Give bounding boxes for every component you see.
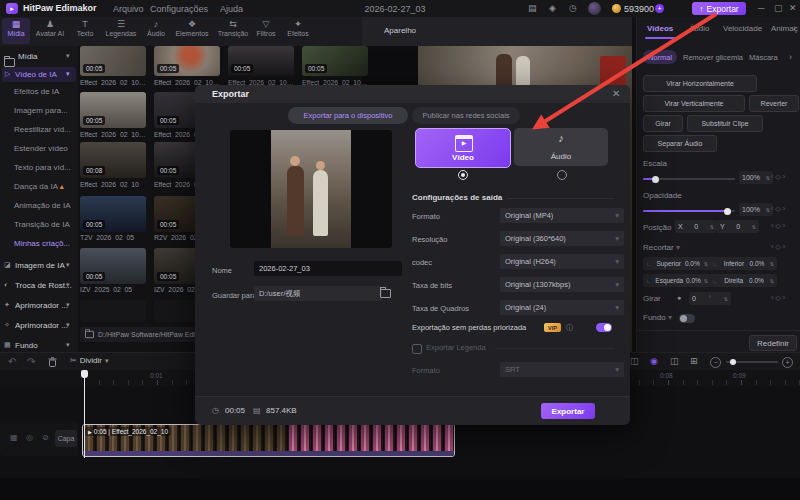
media-card[interactable]: 00:05	[302, 46, 368, 76]
media-card[interactable]	[80, 300, 146, 322]
stepper-icon[interactable]: ⇅	[704, 261, 708, 267]
name-input[interactable]: 2026-02-27_03	[254, 261, 402, 276]
dialog-tab-device[interactable]: Exportar para o dispositivo	[288, 107, 408, 124]
resolution-select[interactable]: Original (360*640)▾	[500, 231, 624, 246]
rotate-keyframe-controls[interactable]: ‹◇›	[771, 294, 787, 302]
browse-folder-button[interactable]	[377, 286, 393, 301]
trash-icon[interactable]	[48, 357, 57, 367]
close-button[interactable]: ✕	[789, 3, 797, 13]
maximize-button[interactable]: ▢	[774, 3, 783, 13]
dialog-export-button[interactable]: Exportar	[541, 403, 595, 419]
flip-vertical-button[interactable]: Virar Verticalmente	[643, 95, 745, 112]
video-type-button[interactable]: ▶ Vídeo	[415, 128, 511, 168]
position-keyframe-controls[interactable]: ‹◇›	[771, 222, 787, 230]
sidebar-item-estender[interactable]: Estender vídeo	[14, 144, 68, 153]
scale-keyframe-controls[interactable]: ‹◇›	[771, 173, 787, 181]
crop-keyframe-controls[interactable]: ‹◇›	[771, 243, 787, 251]
info-icon[interactable]: ⓘ	[566, 323, 573, 333]
separate-audio-button[interactable]: Separar Áudio	[643, 135, 717, 152]
sidebar-item-video-de-ia[interactable]: ▷ Vídeo de IA ▾	[2, 67, 76, 82]
media-card[interactable]: 00:05	[154, 46, 220, 76]
reverse-button[interactable]: Reverter	[749, 95, 799, 112]
replace-clip-button[interactable]: Substituir Clipe	[687, 115, 763, 132]
stepper-icon[interactable]: ⇅	[752, 224, 756, 230]
keyframe-icon[interactable]: ◇	[775, 205, 782, 212]
dialog-tab-social[interactable]: Publicar nas redes sociais	[412, 107, 520, 124]
media-card[interactable]: 00:05	[80, 196, 146, 232]
lossless-toggle[interactable]	[596, 323, 612, 332]
track-mute-icon[interactable]: ▦	[10, 433, 18, 442]
legend-checkbox[interactable]	[412, 344, 422, 354]
codec-select[interactable]: Original (H264)▾	[500, 254, 624, 269]
export-button[interactable]: ↑Exportar	[692, 2, 746, 15]
minimize-button[interactable]: ─	[758, 3, 764, 13]
next-keyframe-icon[interactable]: ›	[783, 173, 787, 180]
sidebar-item-efeitos-de-ia[interactable]: Efeitos de IA	[14, 87, 59, 96]
media-card[interactable]: 00:05	[80, 46, 146, 76]
tab-videos[interactable]: Vídeos	[647, 24, 673, 33]
add-credits-button[interactable]: +	[655, 4, 664, 13]
zoom-in-icon[interactable]: +	[782, 357, 793, 368]
menu-configuracoes[interactable]: Configurações	[150, 4, 208, 14]
track-lock-icon[interactable]: ⊘	[42, 433, 49, 442]
tab-audio[interactable]: Áudio	[689, 24, 709, 33]
dialog-close-icon[interactable]: ✕	[612, 88, 620, 99]
zoom-slider-knob[interactable]	[730, 359, 736, 365]
keyframe-tool-icon[interactable]: ◉	[650, 356, 658, 366]
save-path-input[interactable]: D:/user/视频	[254, 286, 382, 301]
shield-icon[interactable]: ◈	[549, 3, 556, 13]
sidebar-item-aprimorador-1[interactable]: ✦ Aprimorador ... ▾	[4, 299, 74, 313]
grid-tool-icon[interactable]: ⊞	[690, 356, 698, 366]
playhead[interactable]	[84, 370, 85, 458]
position-x-field[interactable]: X0⇅	[675, 220, 717, 233]
media-card[interactable]: 00:05	[228, 46, 294, 76]
next-keyframe-icon[interactable]: ›	[783, 205, 787, 212]
opacity-keyframe-controls[interactable]: ‹◇›	[771, 205, 787, 213]
rotate-value-field[interactable]: 0°⇅	[689, 292, 731, 305]
subtab-mascara[interactable]: Máscara	[749, 53, 778, 62]
next-keyframe-icon[interactable]: ›	[783, 294, 787, 301]
split-button[interactable]: ✂ Dividir ▾	[70, 356, 108, 365]
chevron-right-icon[interactable]: ›	[793, 23, 796, 33]
sidebar-item-transicao-ia[interactable]: Transição de IA	[14, 220, 70, 229]
background-toggle[interactable]	[679, 314, 695, 323]
undo-icon[interactable]: ↶	[8, 356, 16, 367]
legend-format-select[interactable]: SRT▾	[500, 362, 624, 377]
timeline-zoom-slider[interactable]	[726, 361, 778, 363]
tab-texto[interactable]: T Texto	[70, 18, 100, 44]
chevron-right-icon[interactable]: ›	[789, 52, 792, 62]
stepper-icon[interactable]: ⇅	[710, 224, 714, 230]
media-card[interactable]: 00:05	[80, 248, 146, 284]
sidebar-item-imagem-para[interactable]: Imagem para...	[14, 106, 68, 115]
tab-filtros[interactable]: ▽ Filtros	[250, 18, 282, 44]
tab-midia[interactable]: ▦ Mídia	[2, 18, 30, 44]
stepper-icon[interactable]: ⇅	[704, 278, 708, 284]
reset-button[interactable]: Redefinir	[749, 335, 797, 351]
playhead-handle[interactable]	[81, 370, 88, 378]
media-card[interactable]: 00:05	[80, 92, 146, 128]
history-icon[interactable]: ◷	[569, 3, 577, 13]
crop-bottom-field[interactable]: ∟Inferior0.0%⇅	[709, 257, 777, 270]
audio-radio[interactable]	[557, 170, 567, 180]
menu-arquivo[interactable]: Arquivo	[113, 4, 144, 14]
scale-slider-knob[interactable]	[652, 176, 659, 183]
sidebar-item-imagem-de-ia[interactable]: ◪ Imagem de IA ▾	[4, 259, 74, 273]
track-hide-icon[interactable]: ◎	[26, 433, 33, 442]
stepper-icon[interactable]: ⇅	[766, 207, 770, 213]
storyboard-tool-icon[interactable]: ◫	[630, 356, 639, 366]
tab-velocidade[interactable]: Velocidade	[723, 24, 762, 33]
sidebar-item-texto-para[interactable]: Texto para víd...	[14, 163, 71, 172]
audio-type-button[interactable]: ♪ Áudio	[514, 128, 608, 166]
rotate-button[interactable]: Girar	[643, 115, 683, 132]
stepper-icon[interactable]: ⇅	[770, 278, 774, 284]
next-keyframe-icon[interactable]: ›	[783, 222, 787, 229]
crop-label[interactable]: Recortar ▾	[643, 243, 680, 252]
sidebar-item-aprimorador-2[interactable]: ✧ Aprimorador ... ▾	[4, 319, 74, 333]
scale-value[interactable]: 100%⇅	[739, 171, 773, 184]
sidebar-item-reestilizar[interactable]: Reestilizar víd...	[14, 125, 71, 134]
menu-ajuda[interactable]: Ajuda	[220, 4, 243, 14]
rotate-dial-icon[interactable]: ●	[677, 294, 681, 301]
preview-device-label[interactable]: Aparelho	[384, 26, 416, 35]
keyframe-icon[interactable]: ◇	[775, 173, 782, 180]
opacity-value[interactable]: 100%⇅	[739, 203, 773, 216]
